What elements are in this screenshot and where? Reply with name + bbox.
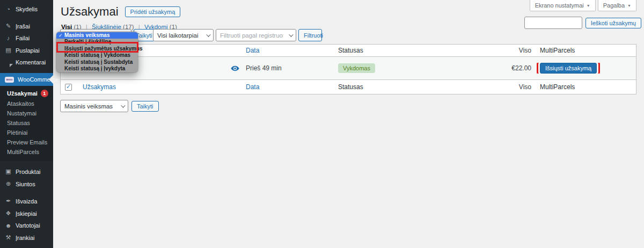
submenu-item-reports[interactable]: Ataskaitos bbox=[0, 99, 53, 108]
column-footer-order[interactable]: Užsakymas bbox=[78, 83, 241, 91]
sidebar-item-options[interactable]: ▦ Nuostatos bbox=[0, 244, 53, 248]
dropdown-option-send-selected-orders[interactable]: Išsiųsti pažymėtus užsakymus bbox=[56, 46, 138, 52]
sidebar-item-tools[interactable]: ⚒ Įrankiai bbox=[0, 231, 53, 244]
media-icon: ♪ bbox=[5, 35, 12, 41]
sidebar-item-label: Įrankiai bbox=[16, 235, 34, 241]
page-title: Užsakymai bbox=[61, 5, 119, 19]
sidebar-item-label: Puslapiai bbox=[16, 47, 40, 54]
add-order-button[interactable]: Pridėti užsakymą bbox=[125, 6, 181, 17]
column-header-total[interactable]: Viso bbox=[479, 47, 536, 54]
sidebar-item-media[interactable]: ♪ Failai bbox=[0, 32, 53, 44]
order-total: €22.00 bbox=[479, 64, 536, 72]
user-icon: ☻ bbox=[5, 222, 12, 229]
checkmark-icon: ✓ bbox=[58, 32, 63, 39]
sidebar-item-woocommerce[interactable]: woo WooCommerce bbox=[0, 73, 53, 86]
filter-button[interactable]: Filtruoti bbox=[298, 29, 322, 41]
dropdown-option-status-processing[interactable]: Keisti statusą į Vykdomas bbox=[56, 52, 138, 59]
admin-sidebar: ◔ Skydelis ✎ Įrašai ♪ Failai ▤ Puslapiai… bbox=[0, 0, 53, 248]
sidebar-item-label: Produktai bbox=[16, 169, 40, 175]
search-input[interactable] bbox=[524, 17, 582, 29]
submenu-item-multiparcels[interactable]: MultiParcels bbox=[0, 147, 53, 157]
sidebar-item-pages[interactable]: ▤ Puslapiai bbox=[0, 44, 53, 56]
column-header-status: Statusas bbox=[334, 47, 479, 54]
column-header-multiparcels: MultiParcels bbox=[536, 47, 636, 54]
chevron-down-icon bbox=[206, 32, 210, 37]
plugin-icon: ❖ bbox=[5, 210, 12, 217]
bulk-actions-select-bottom[interactable]: Masinis veiksmas bbox=[60, 100, 128, 112]
chevron-down-icon bbox=[289, 32, 293, 37]
dropdown-option-status-on-hold[interactable]: Keisti statusą į Sustabdyta bbox=[56, 59, 138, 65]
pin-icon: ✎ bbox=[5, 23, 12, 30]
date-filter-select[interactable]: Visi laikotarpiai bbox=[153, 29, 214, 41]
sidebar-item-label: WooCommerce bbox=[18, 76, 58, 83]
main-content: Ekrano nustatymai ▼ Pagalba ▼ Užsakymai … bbox=[53, 0, 644, 248]
table-footer-row: Užsakymas Data Statusas Viso MultiParcel… bbox=[61, 80, 636, 94]
select-all-checkbox-footer[interactable] bbox=[65, 84, 72, 91]
globe-icon: ⊕ bbox=[5, 180, 12, 187]
orders-count-badge: 1 bbox=[41, 90, 48, 97]
woocommerce-submenu: Užsakymai 1 Ataskaitos Nustatymai Status… bbox=[0, 86, 53, 161]
sidebar-item-label: Failai bbox=[16, 35, 30, 41]
column-footer-multiparcels: MultiParcels bbox=[536, 83, 636, 91]
column-footer-date[interactable]: Data bbox=[241, 83, 334, 91]
comments-icon bbox=[5, 59, 12, 65]
order-preview-eye-icon[interactable] bbox=[231, 65, 239, 71]
dropdown-option-move-to-trash[interactable]: Perkelti į šiukšlinę bbox=[56, 39, 138, 45]
submenu-item-settings[interactable]: Nustatymai bbox=[0, 108, 53, 118]
help-tab[interactable]: Pagalba ▼ bbox=[598, 0, 636, 11]
sidebar-item-label: Komentarai bbox=[16, 59, 46, 65]
screen-options-tab[interactable]: Ekrano nustatymai ▼ bbox=[530, 0, 596, 11]
wrench-icon: ⚒ bbox=[5, 234, 12, 241]
sidebar-item-posts[interactable]: ✎ Įrašai bbox=[0, 20, 53, 32]
screen-meta: Ekrano nustatymai ▼ Pagalba ▼ bbox=[530, 0, 636, 11]
order-date: Prieš 49 min bbox=[241, 64, 334, 72]
bottom-bulk-actions: Masinis veiksmas Taikyti bbox=[60, 100, 159, 112]
pages-icon: ▤ bbox=[5, 47, 12, 54]
column-footer-total[interactable]: Viso bbox=[479, 83, 536, 91]
dropdown-option-bulk-action[interactable]: ✓ Masinis veiksmas bbox=[56, 32, 138, 39]
submenu-item-extensions[interactable]: Plėtiniai bbox=[0, 128, 53, 137]
status-badge: Vykdomas bbox=[338, 63, 375, 73]
customer-filter-select[interactable]: Filtruoti pagal registruotus pir… bbox=[216, 29, 296, 41]
search-area: Ieškoti užsakymų bbox=[524, 17, 641, 29]
submenu-item-preview-emails[interactable]: Preview Emails bbox=[0, 137, 53, 147]
dropdown-option-status-completed[interactable]: Keisti statusą į Įvykdyta bbox=[56, 65, 138, 72]
chevron-down-icon bbox=[121, 103, 125, 107]
sidebar-item-plugins[interactable]: ❖ Įskiepiai bbox=[0, 207, 53, 220]
bulk-actions-open-dropdown: ✓ Masinis veiksmas Perkelti į šiukšlinę … bbox=[56, 32, 138, 72]
order-row: Prieš 49 min Vykdomas €22.00 Išsiųsti už… bbox=[61, 57, 636, 80]
column-footer-status: Statusas bbox=[334, 83, 479, 91]
woocommerce-icon: woo bbox=[5, 77, 14, 83]
sidebar-item-appearance[interactable]: ✒ Išvaizda bbox=[0, 195, 53, 207]
apply-button-bottom[interactable]: Taikyti bbox=[131, 101, 159, 112]
sidebar-item-label: Įrašai bbox=[16, 23, 30, 30]
sidebar-item-dashboard[interactable]: ◔ Skydelis bbox=[0, 3, 53, 15]
sidebar-item-users[interactable]: ☻ Vartotojai bbox=[0, 220, 53, 231]
sidebar-item-products[interactable]: ▣ Produktai bbox=[0, 165, 53, 178]
sidebar-item-comments[interactable]: Komentarai bbox=[0, 56, 53, 68]
table-header-row: Užsakymas Data Statusas Viso MultiParcel… bbox=[61, 45, 636, 57]
submenu-item-orders[interactable]: Užsakymai 1 bbox=[0, 88, 53, 99]
send-order-button[interactable]: Išsiųsti užsakymą bbox=[540, 63, 597, 74]
chevron-down-icon: ▼ bbox=[627, 4, 631, 8]
chevron-down-icon: ▼ bbox=[587, 4, 590, 8]
sidebar-item-label: Siuntos bbox=[16, 181, 35, 187]
column-header-date[interactable]: Data bbox=[241, 47, 334, 54]
submenu-item-status[interactable]: Statusas bbox=[0, 118, 53, 128]
brush-icon: ✒ bbox=[5, 198, 12, 205]
search-orders-button[interactable]: Ieškoti užsakymų bbox=[586, 18, 641, 28]
sidebar-item-label: Vartotojai bbox=[16, 222, 40, 229]
sidebar-item-label: Išvaizda bbox=[16, 198, 37, 205]
dashboard-icon: ◔ bbox=[5, 6, 12, 12]
product-box-icon: ▣ bbox=[5, 168, 12, 175]
sidebar-item-label: Įskiepiai bbox=[16, 210, 37, 217]
orders-table: Užsakymas Data Statusas Viso MultiParcel… bbox=[60, 44, 636, 94]
sidebar-item-shipments[interactable]: ⊕ Siuntos bbox=[0, 178, 53, 190]
sidebar-item-label: Skydelis bbox=[16, 6, 38, 12]
